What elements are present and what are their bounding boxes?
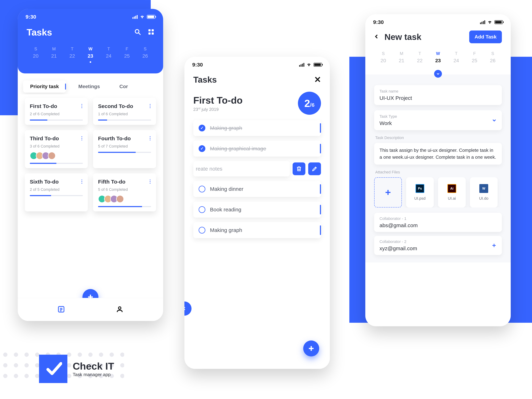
chevron-down-icon	[492, 118, 497, 122]
week-day[interactable]: S26	[484, 51, 502, 67]
statusbar: 9:30	[184, 57, 330, 70]
progress-bar	[98, 120, 151, 120]
brand-tagline: Task manager app	[73, 372, 114, 377]
week-day[interactable]: T22	[411, 51, 429, 67]
week-day[interactable]: F25	[118, 46, 136, 63]
more-icon[interactable]: ⋯	[147, 136, 153, 140]
search-icon[interactable]	[134, 29, 141, 36]
file-item[interactable]: AiUI.ai	[438, 177, 466, 208]
more-icon[interactable]: ⋯	[79, 179, 85, 184]
desc-label: Task Description	[374, 135, 502, 140]
page-title: New task	[385, 32, 464, 42]
nav-tasks-icon[interactable]	[57, 305, 65, 314]
add-icon[interactable]	[492, 243, 497, 248]
done-list: Making graphMaking graphical image	[184, 120, 330, 157]
todo-date: 23rd july 2019	[193, 107, 243, 112]
add-file-button[interactable]	[374, 177, 402, 208]
task-card[interactable]: ⋯ Second To-do 1 of 6 Completed	[93, 98, 156, 125]
task-cards: ⋯ First To-do 2 of 6 Completed ⋯ Second …	[18, 94, 163, 215]
wifi-icon	[140, 14, 145, 20]
file-item[interactable]: PsUI.psd	[406, 177, 434, 208]
delete-button[interactable]	[293, 162, 305, 175]
week-day[interactable]: F25	[465, 51, 484, 67]
nav-profile-icon[interactable]	[116, 305, 123, 314]
statusbar: 9:30	[18, 9, 163, 22]
grid-menu-icon[interactable]	[148, 29, 154, 36]
back-icon[interactable]	[374, 34, 379, 40]
week-day[interactable]: T24	[447, 51, 465, 67]
wifi-icon	[487, 19, 492, 25]
svg-rect-5	[152, 32, 154, 35]
battery-icon	[494, 20, 503, 24]
status-icons	[133, 14, 155, 20]
tab[interactable]: Priority task	[23, 81, 66, 93]
card-title: Second To-do	[98, 103, 151, 109]
week-day[interactable]: M21	[45, 46, 63, 63]
task-card[interactable]: ⋯ First To-do 2 of 6 Completed	[25, 98, 88, 125]
file-type-icon: Ai	[447, 184, 456, 193]
task-row[interactable]: Book reading	[193, 202, 321, 218]
card-title: Fifth To-do	[98, 179, 151, 185]
task-row[interactable]: Making graphical image	[193, 141, 321, 157]
swiped-task-row: reate notes	[184, 161, 330, 177]
header: Tasks S20M21T22W23T24F25S26	[18, 22, 163, 73]
more-icon[interactable]: ⋯	[147, 104, 153, 108]
collaborator-row[interactable]: Collaborator - 1abs@gmail.com	[374, 213, 502, 232]
card-title: Sixth To-do	[30, 179, 83, 185]
week-day[interactable]: W23	[81, 46, 100, 63]
card-title: Third To-do	[30, 135, 83, 141]
pending-list: Making dinnerBook readingMaking graph	[184, 181, 330, 238]
tab[interactable]: Cor	[112, 81, 135, 93]
task-desc-field[interactable]: This task assign by the ui-ux designer. …	[374, 143, 502, 165]
add-task-button[interactable]: Add Task	[469, 31, 502, 43]
checkbox-icon[interactable]	[199, 227, 205, 234]
edit-button[interactable]	[308, 162, 321, 175]
task-row[interactable]: Making graph	[193, 120, 321, 136]
task-row[interactable]: reate notes	[193, 161, 290, 177]
signal-icon	[299, 63, 304, 67]
week-day[interactable]: S20	[27, 46, 45, 63]
week-day[interactable]: M21	[393, 51, 411, 67]
card-subtitle: 5 of 6 Completed	[98, 187, 151, 192]
week-strip[interactable]: S20M21T22W23T24F25S26	[27, 46, 154, 63]
tabs: Priority taskMeetingsCor	[18, 73, 163, 94]
attached-files: PsUI.psdAiUI.aiWUI.do	[374, 177, 502, 208]
checkbox-icon[interactable]	[199, 186, 205, 192]
checkbox-icon[interactable]	[199, 145, 205, 152]
week-day[interactable]: S20	[374, 51, 393, 67]
signal-icon	[133, 15, 138, 19]
card-subtitle: 2 of 6 Completed	[30, 112, 83, 116]
task-type-select[interactable]: Task Type Work	[374, 110, 502, 130]
more-icon[interactable]: ⋯	[147, 179, 153, 184]
week-day[interactable]: S26	[136, 46, 154, 63]
week-day[interactable]: W23	[429, 51, 447, 67]
task-row[interactable]: Making dinner	[193, 181, 321, 197]
more-icon[interactable]: ⋯	[79, 104, 85, 108]
collaborator-row[interactable]: Collaborator - 2xyz@gmail.com	[374, 236, 502, 255]
task-card[interactable]: ⋯ Third To-do 3 of 6 Completed	[25, 130, 88, 168]
progress-bar	[98, 206, 151, 207]
checkbox-icon[interactable]	[199, 125, 205, 131]
task-card[interactable]: ⋯ Sixth To-do 2 of 5 Completed	[25, 173, 88, 211]
task-card[interactable]: ⋯ Fifth To-do 5 of 6 Completed	[93, 173, 156, 211]
week-day[interactable]: T24	[100, 46, 118, 63]
week-day[interactable]: T22	[63, 46, 81, 63]
screen-tasks: 9:30 Tasks S20M21T22W23T24F25S26 Priorit…	[18, 9, 163, 321]
task-name-field[interactable]: Task name UI-UX Project	[374, 85, 502, 105]
checkbox-icon[interactable]	[199, 206, 205, 213]
file-type-icon: Ps	[416, 184, 424, 193]
file-item[interactable]: WUI.do	[470, 177, 498, 208]
screen-new-task: 9:30 New task Add Task S20M21T22W23T24F2…	[365, 14, 511, 326]
expand-calendar-icon[interactable]	[434, 70, 442, 78]
side-handle[interactable]	[184, 301, 191, 316]
tab[interactable]: Meetings	[71, 81, 107, 93]
progress-bar	[98, 152, 151, 153]
close-icon[interactable]	[314, 76, 321, 83]
fab-add[interactable]	[303, 341, 319, 356]
more-icon[interactable]: ⋯	[79, 136, 85, 140]
avatar	[48, 152, 56, 160]
task-card[interactable]: ⋯ Fourth To-do 5 of 7 Completed	[93, 130, 156, 168]
brand-name: Check IT	[73, 360, 114, 372]
week-strip[interactable]: S20M21T22W23T24F25S26	[365, 47, 511, 75]
task-row[interactable]: Making graph	[193, 222, 321, 238]
